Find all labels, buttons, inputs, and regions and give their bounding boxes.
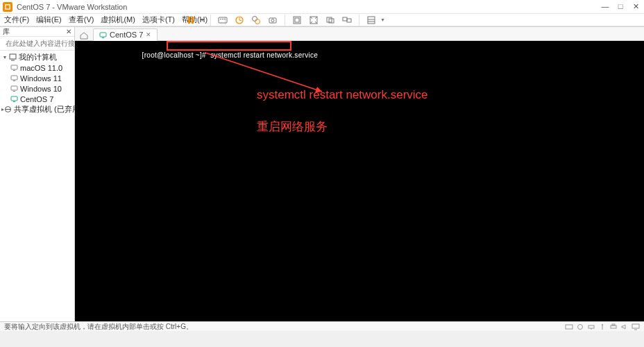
window-title: CentOS 7 - VMware Workstation bbox=[17, 3, 600, 11]
window-minimize-button[interactable]: — bbox=[600, 2, 611, 11]
home-tab-icon[interactable] bbox=[79, 31, 89, 40]
tree-vm-centos7[interactable]: CentOS 7 bbox=[0, 94, 74, 104]
svg-rect-14 bbox=[295, 18, 299, 22]
svg-rect-48 bbox=[632, 324, 639, 328]
tree-expand-icon[interactable]: ▾ bbox=[1, 54, 8, 60]
svg-rect-19 bbox=[347, 19, 351, 22]
svg-rect-1 bbox=[6, 5, 10, 8]
device-cd-icon[interactable] bbox=[576, 323, 584, 330]
device-printer-icon[interactable] bbox=[609, 323, 618, 330]
svg-point-12 bbox=[271, 19, 274, 22]
tree-root-my-computer[interactable]: ▾ 我的计算机 bbox=[0, 52, 74, 62]
svg-rect-5 bbox=[220, 19, 221, 19]
device-network-icon[interactable] bbox=[587, 323, 595, 330]
tab-close-button[interactable]: ✕ bbox=[146, 31, 151, 38]
terminal-prompt: [root@localhost ~]# bbox=[142, 51, 206, 59]
status-bar: 要将输入定向到该虚拟机，请在虚拟机内部单击或按 Ctrl+G。 bbox=[0, 321, 644, 331]
svg-point-41 bbox=[578, 324, 583, 329]
tree-label: Windows 10 bbox=[20, 85, 62, 93]
svg-rect-25 bbox=[10, 54, 16, 59]
main-area: CentOS 7 ✕ [root@localhost ~]# systemctl… bbox=[75, 27, 644, 321]
window-close-button[interactable]: ✕ bbox=[630, 2, 641, 11]
menu-vm[interactable]: 虚拟机(M) bbox=[101, 15, 135, 25]
vm-tree: ▾ 我的计算机 macOS 11.0 Windows 11 Windows 10… bbox=[0, 51, 74, 116]
snapshot-manager-button[interactable] bbox=[250, 14, 262, 26]
svg-rect-42 bbox=[588, 325, 594, 328]
vmware-app-icon bbox=[3, 2, 12, 12]
svg-rect-46 bbox=[611, 325, 616, 328]
tree-label: Windows 11 bbox=[20, 74, 62, 83]
unity-button[interactable] bbox=[324, 14, 337, 26]
pause-button[interactable] bbox=[185, 14, 197, 26]
vm-icon bbox=[10, 64, 18, 72]
svg-rect-31 bbox=[11, 86, 17, 90]
screenshot-button[interactable] bbox=[266, 14, 279, 26]
svg-rect-40 bbox=[566, 325, 573, 329]
device-hdd-icon[interactable] bbox=[565, 323, 573, 330]
terminal-line: [root@localhost ~]# systemctl restart ne… bbox=[107, 44, 318, 67]
svg-rect-18 bbox=[343, 17, 347, 21]
library-button[interactable] bbox=[365, 14, 378, 26]
terminal-command: systemctl restart network.service bbox=[210, 51, 318, 59]
sidebar-search: ▼ bbox=[0, 37, 74, 51]
annotation-text-2: 重启网络服务 bbox=[257, 119, 328, 135]
svg-rect-37 bbox=[100, 33, 106, 37]
svg-point-45 bbox=[602, 324, 603, 325]
device-sound-icon[interactable] bbox=[620, 323, 629, 330]
svg-point-10 bbox=[255, 19, 260, 24]
menu-file[interactable]: 文件(F) bbox=[4, 15, 29, 25]
tree-label: macOS 11.0 bbox=[20, 64, 62, 72]
svg-point-9 bbox=[252, 16, 257, 21]
multi-monitor-button[interactable] bbox=[341, 14, 353, 26]
shared-icon bbox=[4, 105, 12, 114]
tree-label: CentOS 7 bbox=[20, 95, 53, 103]
library-sidebar: 库 ✕ ▼ ▾ 我的计算机 macOS 11.0 Windows 11 bbox=[0, 27, 75, 321]
vm-icon bbox=[10, 85, 18, 93]
tree-label: 我的计算机 bbox=[19, 52, 57, 62]
guest-terminal[interactable]: [root@localhost ~]# systemctl restart ne… bbox=[75, 41, 644, 321]
window-controls: — □ ✕ bbox=[600, 2, 641, 11]
toolbar: ▼ ▼ bbox=[180, 13, 644, 26]
svg-rect-4 bbox=[219, 17, 227, 23]
menu-view[interactable]: 查看(V) bbox=[69, 15, 94, 25]
svg-rect-33 bbox=[11, 96, 17, 101]
device-display-icon[interactable] bbox=[632, 323, 640, 330]
tree-root-shared-vms[interactable]: ▸ 共享虚拟机 (已弃用) bbox=[0, 104, 74, 115]
library-dropdown-icon[interactable]: ▼ bbox=[380, 17, 385, 22]
tree-vm-win11[interactable]: Windows 11 bbox=[0, 73, 74, 83]
send-ctrl-alt-del-button[interactable] bbox=[217, 14, 229, 26]
status-device-icons bbox=[565, 323, 640, 330]
window-titlebar: CentOS 7 - VMware Workstation — □ ✕ bbox=[0, 0, 644, 14]
vm-icon bbox=[10, 95, 18, 103]
vm-icon bbox=[10, 74, 18, 83]
svg-rect-2 bbox=[188, 17, 190, 24]
host-icon bbox=[8, 53, 17, 62]
window-maximize-button[interactable]: □ bbox=[615, 2, 626, 11]
document-tabs: CentOS 7 ✕ bbox=[75, 27, 644, 41]
vm-icon bbox=[99, 31, 107, 39]
tree-vm-macos[interactable]: macOS 11.0 bbox=[0, 62, 74, 73]
snapshot-button[interactable] bbox=[233, 14, 246, 26]
fullscreen-button[interactable] bbox=[307, 14, 320, 26]
tab-centos7[interactable]: CentOS 7 ✕ bbox=[93, 28, 158, 41]
sidebar-title: 库 bbox=[3, 27, 10, 37]
svg-rect-3 bbox=[192, 17, 194, 24]
fit-guest-button[interactable] bbox=[291, 14, 303, 26]
main-body: 库 ✕ ▼ ▾ 我的计算机 macOS 11.0 Windows 11 bbox=[0, 27, 644, 321]
svg-rect-6 bbox=[222, 19, 223, 19]
tree-label: 共享虚拟机 (已弃用) bbox=[14, 104, 82, 115]
sidebar-close-button[interactable]: ✕ bbox=[66, 28, 71, 35]
status-text: 要将输入定向到该虚拟机，请在虚拟机内部单击或按 Ctrl+G。 bbox=[4, 322, 193, 332]
svg-rect-7 bbox=[224, 19, 226, 19]
menu-edit[interactable]: 编辑(E) bbox=[36, 15, 62, 25]
svg-rect-20 bbox=[368, 17, 375, 24]
svg-rect-47 bbox=[612, 324, 615, 325]
svg-rect-27 bbox=[11, 65, 17, 69]
sidebar-header: 库 ✕ bbox=[0, 27, 74, 37]
tree-vm-win10[interactable]: Windows 10 bbox=[0, 83, 74, 94]
device-usb-icon[interactable] bbox=[598, 323, 607, 330]
tab-label: CentOS 7 bbox=[110, 31, 143, 39]
power-dropdown-icon[interactable]: ▼ bbox=[200, 17, 205, 22]
menu-tabs[interactable]: 选项卡(T) bbox=[142, 15, 175, 25]
svg-rect-29 bbox=[11, 76, 17, 80]
